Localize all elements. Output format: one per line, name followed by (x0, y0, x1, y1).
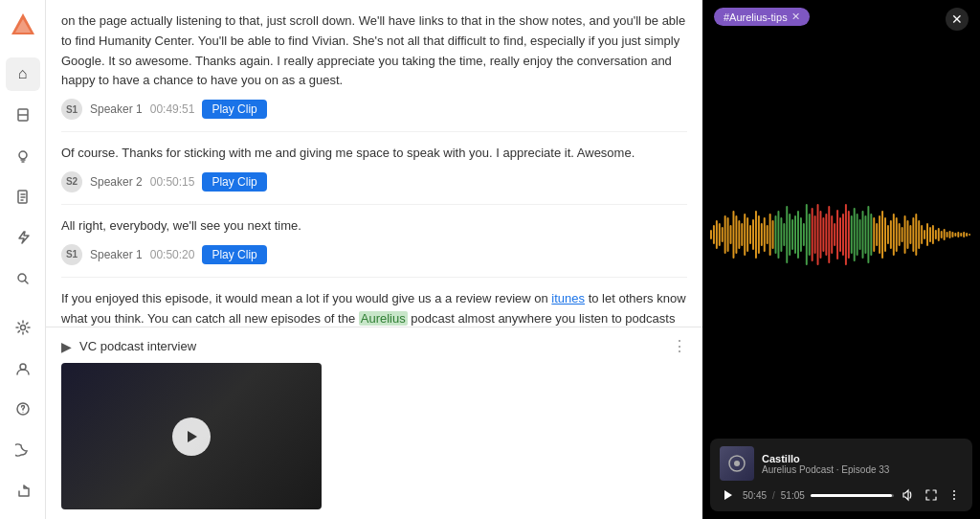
clip-more-icon[interactable]: ⋮ (672, 337, 687, 355)
volume-button[interactable] (900, 486, 917, 504)
speaker-name-1: Speaker 1 (90, 102, 143, 116)
help-nav-icon[interactable] (6, 393, 40, 426)
tag-close-icon[interactable]: ✕ (791, 11, 800, 23)
audio-controls: 50:45 / 51:05 (720, 486, 963, 504)
svg-rect-26 (755, 211, 757, 259)
svg-rect-39 (791, 219, 793, 250)
svg-rect-50 (822, 217, 824, 252)
svg-rect-22 (744, 214, 746, 256)
svg-rect-73 (887, 225, 889, 244)
svg-point-107 (953, 498, 955, 500)
home-nav-icon[interactable]: ⌂ (6, 57, 40, 91)
svg-rect-28 (761, 223, 763, 246)
clip-video-icon: ▶ (61, 339, 72, 354)
app-logo (10, 11, 36, 42)
transcript-entry-highlighted: If you enjoyed this episode, it would me… (61, 278, 687, 327)
svg-rect-79 (904, 215, 906, 254)
svg-rect-41 (797, 211, 799, 259)
svg-point-104 (734, 461, 740, 466)
bulb-nav-icon[interactable] (6, 139, 40, 172)
svg-rect-74 (890, 220, 892, 249)
svg-rect-93 (944, 229, 946, 240)
user-nav-icon[interactable] (6, 351, 40, 385)
svg-rect-68 (873, 217, 875, 252)
svg-rect-11 (713, 225, 715, 244)
transcript-text-1: on the page actually listening to that, … (61, 11, 687, 91)
svg-rect-17 (730, 225, 732, 244)
svg-rect-53 (831, 215, 833, 254)
svg-rect-98 (957, 232, 959, 237)
svg-rect-86 (924, 230, 925, 239)
right-panel-top: #Aurelius-tips ✕ ✕ (702, 0, 980, 38)
svg-point-106 (953, 494, 955, 496)
svg-point-3 (19, 151, 27, 159)
svg-rect-40 (794, 215, 796, 254)
speaker-time-2: 00:50:15 (150, 175, 195, 189)
total-time-label: 51:05 (781, 490, 805, 501)
svg-rect-77 (899, 223, 901, 246)
play-pause-button[interactable] (720, 486, 737, 504)
speaker-row-2: S2 Speaker 2 00:50:15 Play Clip (61, 171, 687, 192)
svg-rect-69 (876, 223, 878, 246)
search-nav-icon[interactable] (6, 262, 40, 296)
podcast-name: Castillo (762, 453, 963, 464)
transcript-text-4: If you enjoyed this episode, it would me… (61, 289, 687, 327)
svg-rect-54 (834, 223, 835, 246)
svg-rect-59 (848, 211, 850, 259)
more-options-button[interactable] (946, 486, 963, 504)
svg-rect-65 (864, 215, 866, 254)
svg-rect-57 (842, 214, 844, 256)
bookmark-nav-icon[interactable] (6, 99, 40, 132)
svg-rect-19 (735, 215, 737, 254)
speaker-row-1: S1 Speaker 1 00:49:51 Play Clip (61, 99, 687, 120)
svg-rect-12 (716, 220, 718, 249)
svg-rect-66 (867, 206, 869, 263)
share-nav-icon[interactable] (6, 474, 40, 508)
sidebar: ⌂ (0, 0, 46, 519)
svg-rect-82 (912, 217, 914, 252)
transcript-entry: on the page actually listening to that, … (61, 0, 687, 132)
svg-point-105 (953, 490, 955, 492)
tag-label: #Aurelius-tips (724, 11, 788, 23)
audio-player-top: Castillo Aurelius Podcast · Episode 33 (720, 446, 963, 481)
svg-rect-52 (828, 206, 830, 263)
avatar-1: S1 (61, 99, 82, 120)
play-clip-button-2[interactable]: Play Clip (202, 172, 266, 192)
speaker-time-1: 00:49:51 (150, 102, 195, 116)
svg-rect-95 (949, 231, 951, 238)
svg-rect-94 (947, 232, 948, 237)
tag-pill: #Aurelius-tips ✕ (714, 8, 810, 26)
svg-rect-15 (724, 215, 726, 254)
itunes-link[interactable]: itunes (551, 291, 585, 305)
speaker-time-3: 00:50:20 (150, 248, 195, 261)
moon-nav-icon[interactable] (6, 434, 40, 467)
close-panel-button[interactable]: ✕ (946, 8, 969, 31)
current-time-label: 50:45 (743, 490, 767, 501)
svg-rect-35 (780, 217, 782, 252)
document-nav-icon[interactable] (6, 180, 40, 214)
svg-rect-37 (786, 206, 788, 263)
svg-rect-51 (825, 214, 827, 256)
svg-rect-90 (935, 230, 937, 239)
svg-rect-49 (819, 211, 821, 259)
time-separator: / (772, 490, 775, 501)
svg-rect-67 (870, 214, 872, 256)
svg-rect-48 (817, 204, 819, 265)
svg-rect-80 (907, 220, 909, 249)
play-clip-button-1[interactable]: Play Clip (202, 100, 266, 119)
svg-rect-78 (902, 227, 903, 242)
progress-bar[interactable] (811, 494, 894, 497)
settings-nav-icon[interactable] (6, 310, 40, 344)
fullscreen-button[interactable] (923, 486, 940, 504)
svg-rect-89 (932, 225, 934, 244)
waveform-visualization (710, 196, 972, 273)
play-clip-button-3[interactable]: Play Clip (202, 245, 266, 264)
svg-rect-102 (969, 234, 970, 236)
podcast-episode: Aurelius Podcast · Episode 33 (762, 464, 963, 475)
clip-play-button[interactable] (172, 417, 211, 456)
lightning-nav-icon[interactable] (6, 221, 40, 255)
svg-rect-100 (963, 232, 965, 237)
svg-rect-58 (845, 204, 847, 265)
svg-rect-84 (918, 220, 920, 249)
svg-rect-81 (909, 225, 911, 244)
